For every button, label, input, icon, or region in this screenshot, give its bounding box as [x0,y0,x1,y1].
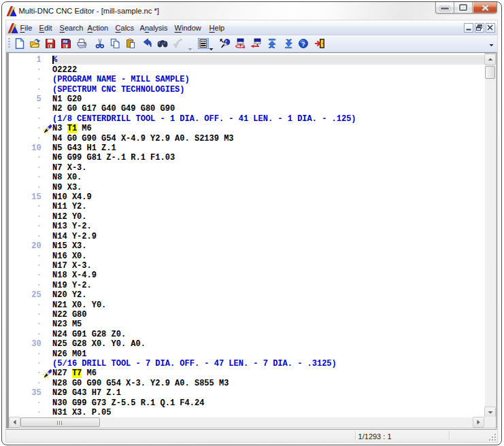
svg-text:?: ? [301,40,305,48]
